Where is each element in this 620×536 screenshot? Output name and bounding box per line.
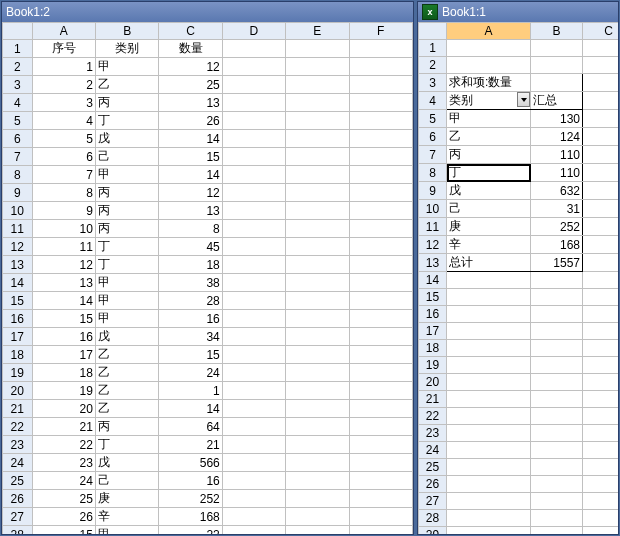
cell[interactable]: 26 bbox=[32, 508, 95, 526]
cell[interactable] bbox=[286, 472, 349, 490]
cell[interactable] bbox=[583, 74, 619, 92]
cell[interactable]: 11 bbox=[32, 238, 95, 256]
cell[interactable] bbox=[583, 357, 619, 374]
cell[interactable]: 9 bbox=[32, 202, 95, 220]
cell[interactable] bbox=[583, 493, 619, 510]
cell[interactable] bbox=[583, 340, 619, 357]
cell[interactable]: 5 bbox=[32, 130, 95, 148]
cell[interactable]: 168 bbox=[159, 508, 222, 526]
cell[interactable] bbox=[222, 400, 285, 418]
pivot-total-value[interactable]: 1557 bbox=[531, 254, 583, 272]
row-header[interactable]: 13 bbox=[419, 254, 447, 272]
cell[interactable] bbox=[531, 323, 583, 340]
cell[interactable]: 25 bbox=[159, 76, 222, 94]
cell[interactable]: 戊 bbox=[447, 182, 531, 200]
cell[interactable] bbox=[222, 292, 285, 310]
cell[interactable] bbox=[222, 436, 285, 454]
cell[interactable] bbox=[349, 238, 412, 256]
pivot-title-cell[interactable]: 求和项:数量 bbox=[447, 74, 531, 92]
cell[interactable]: 15 bbox=[32, 310, 95, 328]
cell[interactable] bbox=[447, 391, 531, 408]
cell[interactable] bbox=[531, 425, 583, 442]
row-header[interactable]: 12 bbox=[3, 238, 33, 256]
row-header[interactable]: 1 bbox=[419, 40, 447, 57]
cell[interactable] bbox=[349, 436, 412, 454]
col-header-F[interactable]: F bbox=[349, 23, 412, 40]
cell[interactable] bbox=[583, 182, 619, 200]
cell[interactable] bbox=[447, 306, 531, 323]
col-header-B[interactable]: B bbox=[531, 23, 583, 40]
cell[interactable]: 130 bbox=[531, 110, 583, 128]
row-header[interactable]: 26 bbox=[419, 476, 447, 493]
row-header[interactable]: 5 bbox=[3, 112, 33, 130]
cell[interactable] bbox=[286, 40, 349, 58]
cell[interactable] bbox=[583, 289, 619, 306]
cell[interactable] bbox=[583, 218, 619, 236]
cell[interactable] bbox=[286, 490, 349, 508]
cell[interactable]: 252 bbox=[531, 218, 583, 236]
row-header[interactable]: 21 bbox=[3, 400, 33, 418]
row-header[interactable]: 6 bbox=[3, 130, 33, 148]
col-header-A[interactable]: A bbox=[447, 23, 531, 40]
cell[interactable] bbox=[222, 382, 285, 400]
cell[interactable]: 12 bbox=[159, 58, 222, 76]
row-header[interactable]: 27 bbox=[419, 493, 447, 510]
cell[interactable] bbox=[222, 364, 285, 382]
row-header[interactable]: 8 bbox=[419, 164, 447, 182]
cell[interactable]: 15 bbox=[32, 526, 95, 535]
cell[interactable] bbox=[222, 256, 285, 274]
cell[interactable]: 1 bbox=[159, 382, 222, 400]
cell[interactable] bbox=[286, 454, 349, 472]
cell[interactable]: 丙 bbox=[95, 202, 158, 220]
cell[interactable] bbox=[349, 472, 412, 490]
cell[interactable] bbox=[447, 40, 531, 57]
cell[interactable]: 28 bbox=[159, 292, 222, 310]
cell[interactable] bbox=[583, 510, 619, 527]
cell[interactable] bbox=[286, 184, 349, 202]
cell[interactable]: 丁 bbox=[447, 164, 531, 182]
cell[interactable] bbox=[531, 357, 583, 374]
cell[interactable] bbox=[583, 527, 619, 535]
cell[interactable]: 己 bbox=[95, 148, 158, 166]
pivot-value-header[interactable]: 汇总 bbox=[531, 92, 583, 110]
cell[interactable]: 丁 bbox=[95, 112, 158, 130]
cell[interactable] bbox=[531, 510, 583, 527]
row-header[interactable]: 23 bbox=[3, 436, 33, 454]
row-header[interactable]: 22 bbox=[3, 418, 33, 436]
cell[interactable]: 3 bbox=[32, 94, 95, 112]
cell[interactable] bbox=[286, 400, 349, 418]
cell[interactable] bbox=[222, 508, 285, 526]
row-header[interactable]: 18 bbox=[3, 346, 33, 364]
row-header[interactable]: 9 bbox=[419, 182, 447, 200]
cell[interactable] bbox=[531, 57, 583, 74]
cell[interactable]: 252 bbox=[159, 490, 222, 508]
cell[interactable] bbox=[286, 346, 349, 364]
row-header[interactable]: 5 bbox=[419, 110, 447, 128]
cell[interactable]: 6 bbox=[32, 148, 95, 166]
cell[interactable]: 168 bbox=[531, 236, 583, 254]
cell[interactable]: 序号 bbox=[32, 40, 95, 58]
cell[interactable]: 19 bbox=[32, 382, 95, 400]
cell[interactable] bbox=[286, 256, 349, 274]
row-header[interactable]: 11 bbox=[3, 220, 33, 238]
row-header[interactable]: 18 bbox=[419, 340, 447, 357]
grid-right[interactable]: A B C 123求和项:数量4类别汇总5甲1306乙1247丙1108丁110… bbox=[418, 22, 618, 534]
cell[interactable] bbox=[349, 382, 412, 400]
workbook-window-right[interactable]: x Book1:1 A B C 123求和项:数量4类别汇总5甲1306乙124… bbox=[417, 1, 619, 535]
cell[interactable]: 16 bbox=[32, 328, 95, 346]
cell[interactable] bbox=[286, 508, 349, 526]
cell[interactable] bbox=[286, 112, 349, 130]
cell[interactable]: 124 bbox=[531, 128, 583, 146]
cell[interactable] bbox=[531, 476, 583, 493]
cell[interactable]: 甲 bbox=[95, 166, 158, 184]
cell[interactable] bbox=[447, 459, 531, 476]
cell[interactable] bbox=[349, 148, 412, 166]
cell[interactable]: 己 bbox=[447, 200, 531, 218]
row-header[interactable]: 24 bbox=[3, 454, 33, 472]
cell[interactable] bbox=[583, 272, 619, 289]
cell[interactable]: 乙 bbox=[95, 76, 158, 94]
cell[interactable] bbox=[286, 238, 349, 256]
row-header[interactable]: 7 bbox=[419, 146, 447, 164]
cell[interactable] bbox=[222, 274, 285, 292]
cell[interactable]: 110 bbox=[531, 146, 583, 164]
